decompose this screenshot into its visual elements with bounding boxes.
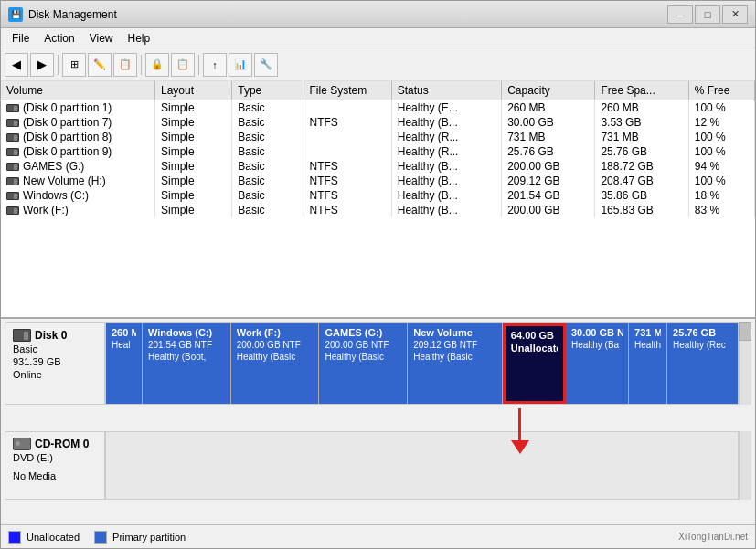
cell-status: Healthy (B... [391, 159, 501, 174]
disk-scrollbar[interactable] [739, 322, 751, 405]
unalloc-label: Unallocated [511, 343, 558, 354]
cell-pct: 94 % [688, 159, 754, 174]
toolbar-btn-4[interactable]: 🔒 [145, 53, 169, 77]
table-row[interactable]: (Disk 0 partition 7) Simple Basic NTFS H… [1, 115, 755, 130]
table-row[interactable]: (Disk 0 partition 8) Simple Basic Health… [1, 130, 755, 144]
toolbar-btn-6[interactable]: ↑ [203, 53, 227, 77]
minimize-button[interactable]: — [667, 5, 693, 24]
col-capacity[interactable]: Capacity [502, 81, 595, 100]
newvol-detail: 209.12 GB NTF [413, 340, 496, 350]
toolbar-btn-7[interactable]: 📊 [229, 53, 252, 77]
forward-button[interactable]: ▶ [30, 53, 54, 77]
table-area: Volume Layout Type File System Status Ca… [1, 81, 755, 319]
table-row[interactable]: GAMES (G:) Simple Basic NTFS Healthy (B.… [1, 159, 755, 174]
games-name: GAMES (G:) [325, 327, 401, 338]
partition-work[interactable]: Work (F:) 200.00 GB NTF Healthy (Basic [231, 323, 320, 404]
cell-layout: Simple [155, 130, 232, 144]
cell-free: 35.86 GB [595, 188, 688, 203]
disk0-status: Online [13, 369, 97, 380]
cell-fs [303, 100, 391, 116]
cell-capacity: 260 MB [502, 100, 595, 116]
cdrom-label: CD-ROM 0 DVD (E:) No Media [5, 431, 105, 500]
p1-detail: Heal [112, 340, 136, 350]
cell-type: Basic [232, 203, 303, 217]
cell-fs [303, 130, 391, 144]
partition-unallocated[interactable]: 64.00 GB Unallocated [503, 323, 566, 404]
work-name: Work (F:) [237, 327, 314, 338]
disk-view-area: Disk 0 Basic 931.39 GB Online 260 M Heal… [1, 319, 755, 524]
table-row[interactable]: (Disk 0 partition 1) Simple Basic Health… [1, 100, 755, 116]
cell-name: (Disk 0 partition 8) [1, 130, 155, 144]
main-content: Volume Layout Type File System Status Ca… [1, 81, 755, 548]
cell-capacity: 201.54 GB [502, 188, 595, 203]
cell-status: Healthy (R... [391, 130, 501, 144]
cell-name: (Disk 0 partition 9) [1, 144, 155, 159]
toolbar-btn-2[interactable]: ✏️ [88, 53, 112, 77]
cell-fs: NTFS [303, 174, 391, 188]
arrow-annotation [288, 408, 751, 463]
p7-detail: Healthy (Ba [571, 340, 623, 350]
toolbar-btn-5[interactable]: 📋 [171, 53, 195, 77]
menu-help[interactable]: Help [121, 30, 158, 47]
cell-type: Basic [232, 115, 303, 130]
partition-games[interactable]: GAMES (G:) 200.00 GB NTF Healthy (Basic [319, 323, 408, 404]
legend-primary-label: Primary partition [112, 532, 186, 543]
col-free[interactable]: Free Spa... [595, 81, 688, 100]
cell-fs [303, 144, 391, 159]
toolbar-btn-1[interactable]: ⊞ [62, 53, 86, 77]
volume-table: Volume Layout Type File System Status Ca… [1, 81, 755, 217]
cell-fs: NTFS [303, 203, 391, 217]
cell-name: Work (F:) [1, 203, 155, 217]
cdrom-scrollbar[interactable] [739, 431, 751, 500]
cell-name: Windows (C:) [1, 188, 155, 203]
cell-free: 25.76 GB [595, 144, 688, 159]
cell-pct: 18 % [688, 188, 754, 203]
toolbar-btn-3[interactable]: 📋 [113, 53, 137, 77]
toolbar-btn-8[interactable]: 🔧 [254, 53, 278, 77]
cell-layout: Simple [155, 203, 232, 217]
games-detail2: Healthy (Basic [325, 352, 401, 362]
partition-newvol[interactable]: New Volume 209.12 GB NTF Healthy (Basic [408, 323, 503, 404]
cell-free: 731 MB [595, 130, 688, 144]
col-type[interactable]: Type [232, 81, 303, 100]
col-layout[interactable]: Layout [155, 81, 232, 100]
p8-name: 731 M [634, 327, 661, 338]
partition-p9[interactable]: 25.76 GB Healthy (Rec [667, 323, 738, 404]
work-detail2: Healthy (Basic [237, 352, 314, 362]
disk0-partitions: 260 M Heal Windows (C:) 201.54 GB NTF He… [105, 322, 739, 405]
menu-file[interactable]: File [5, 30, 37, 47]
table-row[interactable]: Work (F:) Simple Basic NTFS Healthy (B..… [1, 203, 755, 217]
menu-action[interactable]: Action [37, 30, 81, 47]
cell-type: Basic [232, 144, 303, 159]
table-row[interactable]: New Volume (H:) Simple Basic NTFS Health… [1, 174, 755, 188]
table-row[interactable]: (Disk 0 partition 9) Simple Basic Health… [1, 144, 755, 159]
back-button[interactable]: ◀ [5, 53, 28, 77]
cell-layout: Simple [155, 115, 232, 130]
col-volume[interactable]: Volume [1, 81, 155, 100]
partition-windows[interactable]: Windows (C:) 201.54 GB NTF Healthy (Boot… [143, 323, 231, 404]
cell-capacity: 200.00 GB [502, 203, 595, 217]
disk0-row: Disk 0 Basic 931.39 GB Online 260 M Heal… [5, 322, 751, 405]
cell-pct: 83 % [688, 203, 754, 217]
partition-p7[interactable]: 30.00 GB NT Healthy (Ba [566, 323, 629, 404]
col-status[interactable]: Status [391, 81, 501, 100]
menu-view[interactable]: View [82, 30, 121, 47]
col-fs[interactable]: File System [303, 81, 391, 100]
windows-detail2: Healthy (Boot, [148, 352, 225, 362]
legend-unallocated: Unallocated [8, 531, 80, 544]
cell-layout: Simple [155, 100, 232, 116]
cell-status: Healthy (E... [391, 100, 501, 116]
partition-p1[interactable]: 260 M Heal [106, 323, 143, 404]
close-button[interactable]: ✕ [722, 5, 748, 24]
table-row[interactable]: Windows (C:) Simple Basic NTFS Healthy (… [1, 188, 755, 203]
games-detail: 200.00 GB NTF [325, 340, 401, 350]
cell-free: 3.53 GB [595, 115, 688, 130]
cell-type: Basic [232, 130, 303, 144]
col-pct[interactable]: % Free [688, 81, 754, 100]
cell-pct: 100 % [688, 144, 754, 159]
maximize-button[interactable]: □ [695, 5, 720, 24]
partition-p8[interactable]: 731 M Health [629, 323, 667, 404]
cell-free: 208.47 GB [595, 174, 688, 188]
toolbar: ◀ ▶ ⊞ ✏️ 📋 🔒 📋 ↑ 📊 🔧 [1, 48, 755, 81]
cell-layout: Simple [155, 188, 232, 203]
